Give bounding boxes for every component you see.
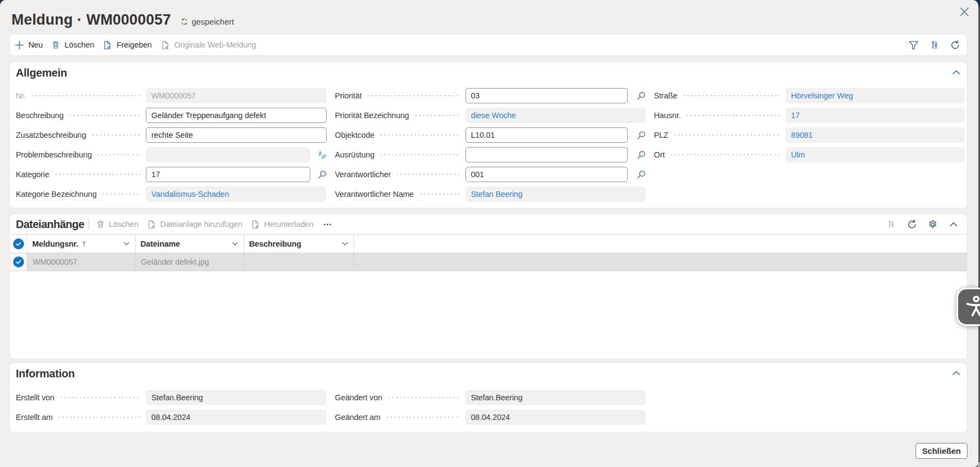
field-row: Geändert vonStefan.Beering	[335, 390, 646, 405]
column-header-label: Meldungsnr.	[32, 240, 78, 248]
field-value: Stefan Beering	[471, 190, 523, 199]
chevron-up-icon-button[interactable]	[943, 216, 964, 232]
saved-label: gespeichert	[192, 17, 234, 26]
refresh-icon-button[interactable]	[901, 216, 922, 232]
chevron-up-icon[interactable]	[952, 68, 963, 77]
chevron-down-icon[interactable]	[122, 240, 131, 248]
table-cell	[244, 253, 354, 271]
toolbar-button-freigeben[interactable]: Freigeben	[99, 37, 155, 53]
dotted-leader	[379, 127, 460, 143]
dotted-leader	[419, 186, 460, 202]
lookup-icon[interactable]	[317, 170, 327, 179]
lookup-icon[interactable]	[636, 170, 646, 179]
field-value: Stefan.Beering	[471, 393, 523, 402]
field-label: Problembeschreibung	[16, 150, 92, 159]
field-row: Ausrüstung	[335, 147, 628, 162]
field-value: WM0000057	[151, 91, 196, 100]
column-header-filler	[354, 235, 967, 253]
field-value: Ulm	[791, 150, 805, 159]
schliessen-button[interactable]: Schließen	[916, 443, 967, 459]
document-add-icon	[147, 220, 156, 229]
input-field[interactable]: 17	[146, 167, 310, 182]
field-row: Nr.WM0000057	[16, 88, 327, 103]
table-header-row: Meldungsnr.DateinameBeschreibung	[10, 234, 967, 253]
toolbar-divider	[88, 218, 89, 230]
field-label: Verantwortlicher	[335, 170, 391, 179]
design-icon-button[interactable]	[881, 216, 901, 232]
refresh-icon-button[interactable]	[944, 37, 965, 53]
field-label: Kategorie Bezeichnung	[16, 190, 97, 199]
field-row: ObjektcodeL10.01	[335, 127, 628, 143]
readonly-link-field[interactable]: Ulm	[786, 147, 965, 162]
design-icon-button[interactable]	[924, 37, 944, 53]
field-value: rechte Seite	[151, 131, 193, 139]
toolbar-button-neu[interactable]: Neu	[11, 37, 46, 53]
field-row: Problembeschreibung	[16, 147, 310, 162]
readonly-link-field[interactable]: Hörvelsinger Weg	[786, 88, 965, 103]
attachments-header: Dateianhänge LöschenDateianlage hinzufüg…	[10, 214, 967, 234]
attachments-button-label: Löschen	[109, 220, 138, 229]
lookup-icon[interactable]	[636, 150, 646, 160]
attachments-button-dateianlage-hinzuf-gen: Dateianlage hinzufügen	[143, 217, 246, 232]
field-label: Erstellt am	[16, 413, 52, 422]
trash-icon	[96, 220, 105, 229]
table-row[interactable]: WM0000057Geländer defekt.jpg	[10, 253, 967, 271]
input-field[interactable]: Geländer Treppenaufgang defekt	[146, 108, 327, 123]
dialog-titlebar: Meldung · WM0000057 gespeichert	[11, 11, 234, 28]
lookup-icon[interactable]	[636, 91, 646, 101]
accessibility-button[interactable]	[957, 288, 980, 326]
section-dateianhaenge: Dateianhänge LöschenDateianlage hinzufüg…	[9, 214, 967, 359]
readonly-link-field[interactable]: Stefan Beering	[465, 186, 646, 202]
readonly-link-field[interactable]: 17	[786, 108, 965, 123]
toolbar-button-label: Freigeben	[116, 40, 151, 49]
chevron-down-icon[interactable]	[231, 240, 239, 248]
field-label: Hausnr.	[654, 111, 681, 120]
readonly-link-field[interactable]: 89081	[786, 127, 965, 143]
field-row: Erstellt vonStefan.Beering	[16, 390, 327, 405]
gear-icon-button[interactable]	[922, 216, 943, 232]
toolbar-button-label: Neu	[28, 40, 43, 49]
field-label: Geändert von	[335, 393, 382, 402]
column-header-dateiname[interactable]: Dateiname	[135, 235, 244, 253]
field-row: Hausnr.17	[654, 108, 965, 123]
field-value: Hörvelsinger Weg	[791, 91, 853, 100]
input-field[interactable]: 001	[465, 167, 628, 182]
readonly-link-field[interactable]: Vandalismus-Schaden	[146, 186, 327, 202]
checkbox-checked-icon	[13, 238, 24, 249]
input-field[interactable]: 03	[465, 88, 628, 103]
close-icon[interactable]	[960, 7, 972, 19]
more-options-icon[interactable]	[318, 217, 336, 232]
dotted-leader	[97, 147, 140, 162]
readonly-field: 08.04.2024	[146, 410, 327, 425]
dotted-leader	[102, 186, 140, 202]
refresh-icon	[950, 40, 960, 50]
row-checkbox[interactable]	[10, 253, 27, 271]
readonly-field: WM0000057	[146, 88, 327, 103]
toolbar-button-l-schen[interactable]: Löschen	[48, 37, 98, 53]
refresh-icon	[907, 219, 917, 230]
column-header-beschreibung[interactable]: Beschreibung	[244, 235, 354, 253]
edit-icon[interactable]	[317, 150, 327, 160]
section-information: Information Erstellt vonStefan.BeeringEr…	[9, 363, 967, 433]
underlying-window-element	[978, 462, 980, 467]
chevron-down-icon[interactable]	[341, 240, 349, 248]
input-field[interactable]	[465, 147, 628, 162]
field-label: Ausrüstung	[335, 150, 374, 159]
dotted-leader	[670, 147, 780, 162]
input-field[interactable]: L10.01	[465, 127, 628, 143]
field-value: Geländer Treppenaufgang defekt	[151, 111, 266, 120]
dotted-leader	[395, 167, 460, 182]
filter-icon-button[interactable]	[903, 37, 924, 53]
select-all-checkbox[interactable]	[10, 235, 27, 253]
field-row: Zusatzbeschreibungrechte Seite	[16, 127, 327, 143]
chevron-up-icon[interactable]	[952, 369, 963, 377]
document-link-icon	[161, 40, 170, 50]
field-label: Ort	[654, 150, 665, 159]
column-header-meldungsnr-[interactable]: Meldungsnr.	[27, 235, 135, 253]
input-field[interactable]: rechte Seite	[146, 127, 327, 143]
field-row: StraßeHörvelsinger Weg	[654, 88, 965, 103]
field-label: Erstellt von	[16, 393, 55, 402]
readonly-link-field[interactable]: diese Woche	[465, 108, 646, 123]
lookup-icon[interactable]	[636, 130, 646, 140]
field-value: 03	[471, 91, 480, 100]
